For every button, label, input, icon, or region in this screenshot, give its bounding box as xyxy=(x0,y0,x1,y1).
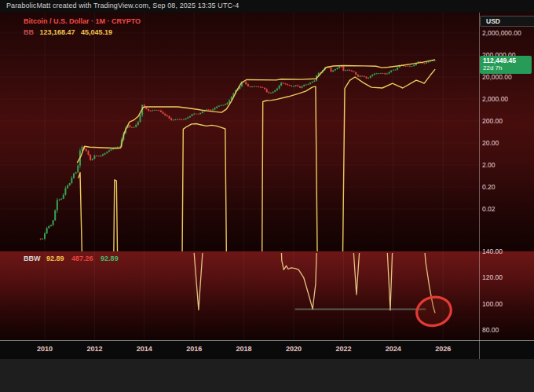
candle-body xyxy=(173,119,174,120)
price-axis-label: 20.00 xyxy=(482,139,499,147)
candle-body xyxy=(258,86,259,87)
bb-lower-band-line[interactable] xyxy=(182,124,226,258)
candle-body xyxy=(331,68,332,71)
candle-body xyxy=(196,114,197,115)
candle-body xyxy=(351,71,353,71)
symbol-legend[interactable]: Bitcoin / U.S. Dollar · 1M · CRYPTO xyxy=(24,17,141,25)
candle-body xyxy=(371,75,373,76)
year-axis-label: 2016 xyxy=(186,345,202,353)
candle-body xyxy=(407,66,408,67)
candle-body xyxy=(221,105,222,106)
bbw-line[interactable] xyxy=(280,212,318,309)
price-axis-label: 2,000,000.00 xyxy=(482,29,521,37)
candle-body xyxy=(64,189,66,195)
bb-upper-band-line[interactable] xyxy=(77,60,435,163)
candle-body xyxy=(111,149,112,151)
candle-body xyxy=(268,92,269,93)
candle-body xyxy=(158,110,159,111)
bb-lower-band-line[interactable] xyxy=(342,69,435,258)
candle-body xyxy=(192,115,193,116)
bbw-pane-plot[interactable] xyxy=(191,212,435,313)
candle-body xyxy=(280,82,282,86)
bb-lower-band-line[interactable] xyxy=(79,173,82,258)
candle-body xyxy=(393,70,394,71)
candle-body xyxy=(170,119,172,120)
candle-body xyxy=(212,109,214,110)
price-axis-label: 2.00 xyxy=(482,161,496,169)
candle-body xyxy=(370,76,371,78)
candle-body xyxy=(98,156,100,157)
bbw-axis-label: 140.00 xyxy=(482,247,503,255)
candle-body xyxy=(154,110,155,111)
bb-label: BB xyxy=(24,28,34,36)
candle-body xyxy=(272,92,274,93)
bbw-axis-label: 120.00 xyxy=(482,273,503,281)
candle-body xyxy=(129,125,130,126)
candle-body xyxy=(380,73,382,74)
candle-body xyxy=(131,127,133,128)
candle-body xyxy=(134,127,135,128)
bb-lower-value: 45,045.19 xyxy=(81,28,112,36)
candle-body xyxy=(140,115,141,122)
candle-body xyxy=(50,225,52,225)
bb-indicator-legend[interactable]: BB 123,168.47 45,045.19 xyxy=(24,28,112,36)
bb-lower-band-line[interactable] xyxy=(114,180,118,258)
candle-body xyxy=(397,68,398,70)
bbw-indicator-legend[interactable]: BBW 92.89 487.26 92.89 xyxy=(24,255,119,262)
candle-body xyxy=(163,112,164,114)
price-axis-label: 0.20 xyxy=(482,183,496,191)
price-axis-label: 200.00 xyxy=(482,117,503,125)
price-axis-label: 2,000.00 xyxy=(482,95,508,103)
candle-body xyxy=(307,84,309,85)
candle-body xyxy=(250,86,251,87)
candle-body xyxy=(274,90,276,92)
candle-body xyxy=(423,64,425,64)
candle-body xyxy=(71,178,72,183)
candle-body xyxy=(361,76,363,77)
price-axis-label: 20,000.00 xyxy=(482,73,512,81)
candle-body xyxy=(255,86,257,87)
candle-body xyxy=(364,76,365,77)
bbw-line[interactable] xyxy=(386,212,394,310)
chart-canvas[interactable] xyxy=(0,0,534,392)
candle-body xyxy=(287,84,288,85)
candle-body xyxy=(394,70,396,71)
candle-body xyxy=(266,89,268,92)
candle-body xyxy=(284,83,286,84)
candle-body xyxy=(135,125,137,127)
candle-body xyxy=(262,87,263,88)
candle-body xyxy=(260,87,262,88)
price-pane-plot[interactable] xyxy=(40,60,436,258)
candle-body xyxy=(148,109,149,111)
candle-body xyxy=(160,111,162,112)
candle-body xyxy=(222,105,224,106)
price-axis-label: 0.02 xyxy=(482,205,496,213)
candle-body xyxy=(156,110,158,111)
highlight-circle-annotation[interactable] xyxy=(414,294,454,330)
candle-body xyxy=(202,112,203,113)
candle-body xyxy=(189,116,191,118)
candle-body xyxy=(283,82,284,83)
bar-countdown: 22d 7h xyxy=(483,64,532,72)
candle-body xyxy=(389,72,390,74)
currency-toggle-button[interactable]: USD xyxy=(480,16,534,27)
bbw-line[interactable] xyxy=(191,212,205,310)
year-axis-label: 2014 xyxy=(137,345,152,353)
candle-body xyxy=(40,239,42,240)
candle-body xyxy=(347,70,349,71)
candle-body xyxy=(349,70,350,71)
candle-body xyxy=(104,153,106,155)
year-axis-label: 2026 xyxy=(435,345,451,353)
year-axis-label: 2020 xyxy=(286,345,302,353)
bbw-axis-label: 80.00 xyxy=(482,326,499,334)
year-axis-label: 2010 xyxy=(37,345,53,353)
candle-body xyxy=(77,166,79,173)
candle-body xyxy=(152,111,153,112)
candle-body xyxy=(53,220,54,225)
candle-body xyxy=(86,149,87,151)
candle-body xyxy=(245,82,247,84)
bbw-line[interactable] xyxy=(351,212,362,295)
candle-body xyxy=(102,155,104,156)
candle-body xyxy=(63,195,64,199)
bb-lower-band-line[interactable] xyxy=(262,86,317,258)
